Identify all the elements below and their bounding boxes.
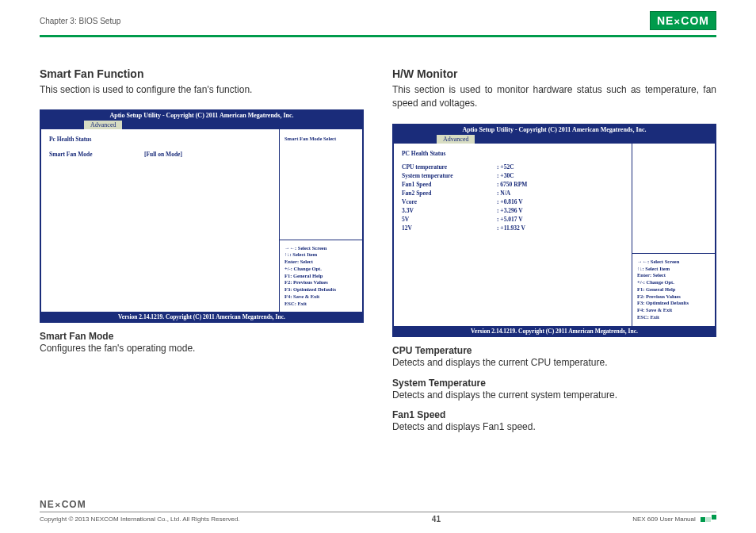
section-desc: This section is used to configure the fa… [40, 83, 364, 97]
bios-row: Vcore: +0.816 V [402, 198, 624, 205]
section-title: H/W Monitor [392, 67, 716, 80]
footer-page-number: 41 [432, 515, 441, 523]
bios-row: CPU temperature: +52C [402, 163, 624, 171]
footer-copyright: Copyright © 2013 NEXCOM International Co… [40, 516, 240, 523]
sub-title: CPU Temperature [392, 345, 716, 356]
chapter-label: Chapter 3: BIOS Setup [40, 17, 120, 25]
sub-title: Smart Fan Mode [40, 331, 364, 342]
bios-row: Fan1 Speed: 6750 RPM [402, 181, 624, 188]
section-title: Smart Fan Function [40, 67, 364, 80]
bios-tab-row: Advanced [393, 135, 716, 144]
bios-side-hint: Smart Fan Mode Select [280, 129, 362, 239]
sub-title: System Temperature [392, 378, 716, 389]
bios-help-keys: →←: Select Screen ↑↓: Select Item Enter:… [280, 240, 362, 313]
bios-main-panel: Pc Health Status Smart Fan Mode [Full on… [40, 129, 280, 312]
bios-title-bar: Aptio Setup Utility - Copyright (C) 2011… [40, 110, 363, 121]
content-columns: Smart Fan Function This section is used … [40, 67, 716, 442]
footer-brand: NE✕COM [40, 499, 716, 510]
bios-row: Fan2 Speed: N/A [402, 190, 624, 197]
sub-desc: Configures the fan's operating mode. [40, 342, 364, 355]
bios-title-bar: Aptio Setup Utility - Copyright (C) 2011… [393, 125, 716, 135]
bios-help-keys: →←: Select Screen ↑↓: Select Item Enter:… [632, 253, 715, 326]
brand-logo: NE✕COM [650, 11, 716, 30]
section-desc: This section is used to monitor hardware… [392, 83, 716, 111]
bios-setting-label: Smart Fan Mode [49, 151, 144, 158]
bios-main-panel: PC Health Status CPU temperature: +52C S… [393, 144, 632, 326]
bios-row: 12V: +11.932 V [402, 224, 624, 232]
bios-tab-row: Advanced [40, 121, 363, 129]
bios-screenshot-right: Aptio Setup Utility - Copyright (C) 2011… [392, 124, 716, 337]
header-rule [40, 35, 716, 37]
sub-desc: Detects and displays the current CPU tem… [392, 356, 716, 370]
bios-heading: PC Health Status [402, 150, 624, 157]
bios-version-bar: Version 2.14.1219. Copyright (C) 2011 Am… [40, 312, 363, 322]
page-header: Chapter 3: BIOS Setup NE✕COM [40, 11, 716, 33]
bios-setting-row: Smart Fan Mode [Full on Mode] [49, 151, 271, 158]
bios-row: 3.3V: +3.296 V [402, 207, 624, 214]
bios-row: 5V: +5.017 V [402, 216, 624, 223]
bios-heading: Pc Health Status [49, 136, 271, 143]
bios-row: System temperature: +30C [402, 172, 624, 179]
bios-tab-advanced: Advanced [437, 135, 475, 144]
bios-setting-value: [Full on Mode] [144, 151, 182, 158]
sub-desc: Detects and displays the current system … [392, 389, 716, 402]
bios-side-panel: Smart Fan Mode Select →←: Select Screen … [280, 129, 363, 312]
sub-title: Fan1 Speed [392, 409, 716, 420]
sub-desc: Detects and displays Fan1 speed. [392, 420, 716, 434]
right-column: H/W Monitor This section is used to moni… [392, 67, 716, 442]
left-column: Smart Fan Function This section is used … [40, 67, 364, 442]
bios-version-bar: Version 2.14.1219. Copyright (C) 2011 Am… [393, 326, 716, 336]
footer-manual: NEX 609 User Manual [632, 516, 716, 523]
bios-side-panel: →←: Select Screen ↑↓: Select Item Enter:… [632, 144, 716, 326]
footer-squares-icon [701, 517, 716, 522]
bios-tab-advanced: Advanced [84, 121, 122, 129]
page-footer: NE✕COM Copyright © 2013 NEXCOM Internati… [40, 499, 716, 523]
bios-screenshot-left: Aptio Setup Utility - Copyright (C) 2011… [40, 109, 364, 323]
